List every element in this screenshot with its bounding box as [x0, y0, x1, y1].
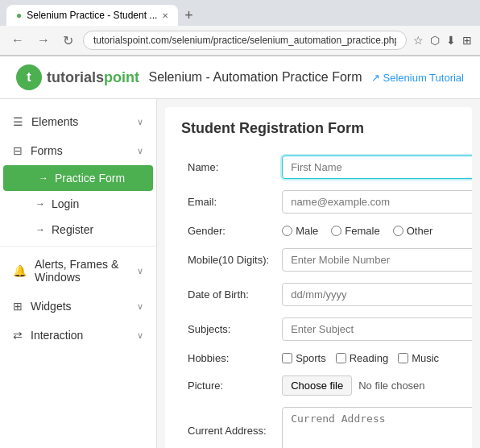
- chevron-forms-icon: ∨: [137, 146, 143, 156]
- gender-male[interactable]: Male: [282, 225, 318, 237]
- chevron-alerts-icon: ∨: [137, 266, 143, 276]
- url-input[interactable]: [83, 31, 407, 50]
- gender-other-radio[interactable]: [393, 226, 403, 236]
- name-input[interactable]: [282, 156, 472, 179]
- practice-form-label: Practice Form: [55, 172, 125, 185]
- sidebar-item-elements[interactable]: ☰ Elements ∨: [0, 107, 156, 136]
- logo: t tutorialspoint: [16, 64, 139, 90]
- form-title: Student Registration Form: [181, 120, 456, 137]
- login-label: Login: [52, 197, 79, 210]
- site-header: t tutorialspoint Selenium - Automation P…: [0, 56, 480, 99]
- new-tab-button[interactable]: +: [178, 7, 200, 24]
- chevron-interaction-icon: ∨: [137, 330, 143, 341]
- registration-form: Name: Email: Gender: Male: [181, 150, 472, 448]
- chevron-widgets-icon: ∨: [137, 301, 143, 312]
- address-bar: ← → ↻ ☆ ⬡ ⬇ ⊞: [0, 26, 480, 56]
- hobbies-label: Hobbies:: [181, 346, 275, 370]
- sidebar-item-login[interactable]: → Login: [0, 191, 156, 217]
- interaction-label: Interaction: [31, 329, 83, 342]
- forms-icon: ⊟: [13, 144, 23, 157]
- hobby-sports-checkbox[interactable]: [282, 353, 292, 363]
- toolbar-icons: ☆ ⬡ ⬇ ⊞: [413, 34, 472, 47]
- gender-label: Gender:: [181, 219, 275, 243]
- active-tab[interactable]: ● Selenium Practice - Student ... ✕: [6, 5, 178, 26]
- sidebar-divider: [0, 246, 156, 247]
- address-row: Current Address:: [181, 401, 472, 448]
- hobbies-row: Hobbies: Sports Reading Musi: [181, 346, 472, 370]
- elements-icon: ☰: [13, 115, 23, 128]
- arrow-practice-icon: →: [39, 172, 48, 184]
- choose-file-button[interactable]: Choose file: [282, 375, 352, 396]
- address-label: Current Address:: [181, 401, 275, 448]
- dob-label: Date of Birth:: [181, 277, 275, 312]
- dob-input[interactable]: [282, 283, 472, 306]
- sidebar-item-forms[interactable]: ⊟ Forms ∨: [0, 136, 156, 165]
- share-icon[interactable]: ⬡: [430, 34, 440, 47]
- reload-button[interactable]: ↻: [60, 31, 77, 50]
- hobby-reading-label: Reading: [350, 352, 388, 364]
- gender-other[interactable]: Other: [393, 225, 433, 237]
- gender-radio-group: Male Female Other: [282, 225, 472, 237]
- address-textarea[interactable]: [282, 407, 472, 448]
- mobile-label: Mobile(10 Digits):: [181, 243, 275, 277]
- gender-other-label: Other: [407, 225, 433, 237]
- gender-male-label: Male: [296, 225, 318, 237]
- form-content: Student Registration Form Name: Email: G…: [165, 107, 472, 448]
- widgets-icon: ⊞: [13, 300, 23, 313]
- dob-row: Date of Birth:: [181, 277, 472, 312]
- hobby-music-label: Music: [412, 352, 439, 364]
- sidebar-item-practice-form[interactable]: → Practice Form: [3, 165, 153, 191]
- alerts-label: Alerts, Frames & Windows: [35, 258, 137, 284]
- subjects-input[interactable]: [282, 317, 472, 341]
- chevron-elements-icon: ∨: [137, 117, 143, 127]
- gender-male-radio[interactable]: [282, 226, 292, 236]
- subjects-row: Subjects:: [181, 312, 472, 346]
- browser-chrome: ● Selenium Practice - Student ... ✕ + ← …: [0, 0, 480, 56]
- gender-row: Gender: Male Female Other: [181, 219, 472, 243]
- mobile-row: Mobile(10 Digits):: [181, 243, 472, 277]
- gender-female-label: Female: [345, 225, 379, 237]
- hobby-reading[interactable]: Reading: [336, 352, 388, 364]
- picture-label: Picture:: [181, 370, 275, 401]
- forward-button[interactable]: →: [34, 31, 53, 49]
- file-name-label: No file chosen: [358, 380, 424, 392]
- sidebar-elements-label: Elements: [31, 115, 78, 128]
- sidebar: ☰ Elements ∨ ⊟ Forms ∨ → Practice Form →…: [0, 99, 157, 448]
- arrow-register-icon: →: [35, 224, 45, 235]
- gender-female-radio[interactable]: [331, 226, 341, 236]
- name-label: Name:: [181, 150, 275, 185]
- tab-title: Selenium Practice - Student ...: [27, 10, 157, 21]
- sidebar-item-widgets[interactable]: ⊞ Widgets ∨: [0, 292, 156, 321]
- download-icon[interactable]: ⬇: [446, 34, 456, 47]
- hobby-music[interactable]: Music: [398, 352, 439, 364]
- back-button[interactable]: ←: [8, 31, 27, 49]
- logo-text: tutorialspoint: [47, 69, 139, 86]
- hobby-reading-checkbox[interactable]: [336, 353, 346, 363]
- sidebar-item-register[interactable]: → Register: [0, 217, 156, 243]
- sidebar-forms-label: Forms: [31, 144, 63, 157]
- tutorial-link[interactable]: ↗ Selenium Tutorial: [371, 72, 464, 84]
- tab-close-icon[interactable]: ✕: [162, 11, 168, 20]
- bookmark-icon[interactable]: ☆: [413, 34, 424, 47]
- interaction-icon: ⇄: [13, 329, 23, 342]
- logo-icon: t: [16, 64, 42, 90]
- picture-row: Picture: Choose file No file chosen: [181, 370, 472, 401]
- arrow-login-icon: →: [35, 198, 45, 209]
- gender-female[interactable]: Female: [331, 225, 379, 237]
- hobby-sports[interactable]: Sports: [282, 352, 326, 364]
- hobby-music-checkbox[interactable]: [398, 353, 408, 363]
- main-layout: ☰ Elements ∨ ⊟ Forms ∨ → Practice Form →…: [0, 99, 480, 448]
- settings-icon[interactable]: ⊞: [462, 34, 472, 47]
- sidebar-item-alerts[interactable]: 🔔 Alerts, Frames & Windows ∨: [0, 250, 156, 292]
- hobby-sports-label: Sports: [296, 352, 326, 364]
- file-input-row: Choose file No file chosen: [282, 375, 472, 396]
- name-row: Name:: [181, 150, 472, 185]
- sidebar-item-interaction[interactable]: ⇄ Interaction ∨: [0, 321, 156, 350]
- register-label: Register: [52, 223, 93, 236]
- subjects-label: Subjects:: [181, 312, 275, 346]
- mobile-input[interactable]: [282, 248, 472, 272]
- email-input[interactable]: [282, 190, 472, 214]
- tab-bar: ● Selenium Practice - Student ... ✕ +: [0, 0, 480, 26]
- hobbies-checkbox-group: Sports Reading Music: [282, 352, 472, 364]
- site-title: Selenium - Automation Practice Form: [148, 70, 362, 85]
